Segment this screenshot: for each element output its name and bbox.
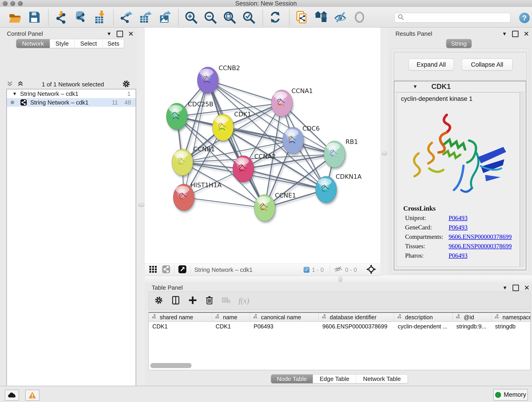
export-table-icon[interactable] xyxy=(138,10,152,24)
import-database-icon[interactable] xyxy=(73,10,87,24)
birdseye-view-icon[interactable] xyxy=(178,265,187,274)
results-scrollbar[interactable] xyxy=(520,92,524,267)
node-CCNA1[interactable] xyxy=(271,90,292,116)
hidden-items-eye-icon[interactable] xyxy=(334,266,343,274)
panel-float-icon[interactable] xyxy=(117,31,123,37)
collapse-all-networks-icon[interactable] xyxy=(6,80,13,88)
tab-network[interactable]: Network xyxy=(16,39,50,48)
zoom-in-icon[interactable] xyxy=(184,10,198,24)
zoom-out-icon[interactable] xyxy=(203,10,217,24)
tab-network-table[interactable]: Network Table xyxy=(356,375,408,383)
table-cell[interactable]: CDK1 xyxy=(149,322,212,331)
table-cell[interactable]: P06493 xyxy=(250,322,319,331)
table-cell[interactable]: cyclin-dependent ... xyxy=(394,322,453,331)
crosslink-link[interactable]: P06493 xyxy=(449,215,468,222)
crosslink-link[interactable]: 9606.ENSP00000378699 xyxy=(449,243,512,250)
help-button[interactable]: ? xyxy=(519,13,530,23)
edge-CCNE1-HIST1H1A[interactable] xyxy=(184,197,265,208)
panel-menu-icon[interactable]: ▼ xyxy=(502,285,507,291)
panel-menu-icon[interactable]: ▼ xyxy=(107,31,112,37)
table-horizontal-scrollbar[interactable] xyxy=(150,363,191,368)
column-header-database-identifier[interactable]: database identifier xyxy=(319,313,394,322)
tab-style[interactable]: Style xyxy=(50,39,74,48)
tree-expand-icon[interactable]: ▼ xyxy=(12,91,17,96)
node-CDC25B[interactable] xyxy=(166,103,187,130)
import-network-icon[interactable] xyxy=(54,10,68,24)
network-canvas[interactable]: CCNB2CCNA1CDC25BCDK1CDC6RB1CCNB1CCNA2CDK… xyxy=(145,27,380,264)
node-RB1[interactable] xyxy=(324,141,345,167)
table-cell[interactable]: CDK1 xyxy=(212,322,250,331)
table-cell[interactable]: stringdb xyxy=(491,322,531,331)
node-CDK1[interactable] xyxy=(212,114,234,141)
export-image-icon[interactable] xyxy=(157,10,171,24)
cloud-status-button[interactable] xyxy=(5,390,19,401)
table-cell[interactable]: 9606.ENSP00000378699 xyxy=(319,322,394,331)
network-row[interactable]: String Network – cdk1 11 48 xyxy=(7,98,136,107)
horizontal-splitter[interactable] xyxy=(145,275,532,282)
right-splitter-knob[interactable] xyxy=(382,152,387,155)
panel-close-icon[interactable]: ✕ xyxy=(524,285,530,290)
crosslink-link[interactable]: P06493 xyxy=(449,224,468,231)
edge-CCNB2-CCNE1[interactable] xyxy=(208,80,265,208)
grid-view-icon[interactable] xyxy=(149,265,158,274)
zoom-selected-icon[interactable] xyxy=(241,10,256,24)
tab-node-table[interactable]: Node Table xyxy=(271,375,313,383)
save-session-icon[interactable] xyxy=(27,10,41,24)
edge-CCNB2-HIST1H1A[interactable] xyxy=(184,80,208,197)
horizontal-splitter-knob[interactable] xyxy=(339,276,342,282)
network-graph[interactable]: CCNB2CCNA1CDC25BCDK1CDC6RB1CCNB1CCNA2CDK… xyxy=(145,27,380,264)
hide-panel-icon[interactable] xyxy=(333,10,347,24)
node-CCNE1[interactable] xyxy=(254,195,275,221)
left-splitter-knob[interactable] xyxy=(138,203,144,207)
refresh-icon[interactable] xyxy=(268,10,282,24)
expand-all-button[interactable]: Expand All xyxy=(409,59,454,70)
column-header-namespace[interactable]: namespace xyxy=(491,313,531,322)
right-splitter[interactable] xyxy=(380,27,388,275)
search-field[interactable] xyxy=(394,13,510,22)
column-header-shared-name[interactable]: shared name xyxy=(149,313,212,322)
export-network-icon[interactable] xyxy=(119,10,133,24)
column-header-name[interactable]: name xyxy=(212,313,250,322)
edge-CCNA2-CDKN1A[interactable] xyxy=(243,169,326,190)
tab-sets[interactable]: Sets xyxy=(103,39,124,48)
warning-status-button[interactable] xyxy=(25,390,39,401)
node-CCNB2[interactable] xyxy=(197,67,218,94)
crosslink-link[interactable]: P06493 xyxy=(449,252,468,259)
edge-CCNB2-CCNA1[interactable] xyxy=(208,80,282,103)
selected-items-checkbox[interactable]: ✓ xyxy=(304,267,310,273)
panel-float-icon[interactable] xyxy=(513,285,519,291)
edge-layer[interactable] xyxy=(177,80,335,208)
zoom-fit-icon[interactable] xyxy=(222,10,236,24)
select-columns-icon[interactable] xyxy=(171,296,180,306)
column-header--id[interactable]: @id xyxy=(453,313,491,322)
home-icon[interactable] xyxy=(314,10,328,24)
panel-menu-icon[interactable]: ▼ xyxy=(502,31,507,37)
import-table-icon[interactable] xyxy=(92,10,106,24)
panel-close-icon[interactable]: ✕ xyxy=(128,32,134,36)
tab-string[interactable]: String xyxy=(446,39,472,48)
collapse-all-button[interactable]: Collapse All xyxy=(462,59,513,70)
entry-collapse-icon[interactable]: ▼ xyxy=(413,84,418,89)
network-collection-row[interactable]: ▼ String Network – cdk1 1 xyxy=(7,89,136,98)
fit-content-crosshair-icon[interactable] xyxy=(366,264,376,275)
network-icon-gray[interactable] xyxy=(162,265,171,274)
table-row[interactable]: CDK1CDK1P064939606.ENSP00000378699cyclin… xyxy=(149,322,530,331)
search-input[interactable] xyxy=(404,14,504,21)
node-CDC6[interactable] xyxy=(283,127,304,154)
tab-edge-table[interactable]: Edge Table xyxy=(313,375,356,383)
memory-button[interactable]: Memory xyxy=(493,389,528,401)
crosslink-link[interactable]: 9606.ENSP00000378699 xyxy=(449,233,512,240)
table-cell[interactable]: stringdb:9... xyxy=(453,322,491,331)
open-session-icon[interactable] xyxy=(8,10,22,24)
clone-network-icon[interactable] xyxy=(295,10,309,24)
table-gear-icon[interactable] xyxy=(154,296,163,306)
column-header-canonical-name[interactable]: canonical name xyxy=(250,313,319,322)
column-header-description[interactable]: description xyxy=(394,313,453,322)
tab-select[interactable]: Select xyxy=(74,39,103,48)
show-panel-icon[interactable] xyxy=(352,10,367,24)
expand-all-networks-icon[interactable] xyxy=(17,80,24,88)
panel-close-icon[interactable]: ✕ xyxy=(524,32,529,36)
node-CCNA2[interactable] xyxy=(233,156,254,182)
node-CDKN1A[interactable] xyxy=(316,176,336,203)
node-CCNB1[interactable] xyxy=(172,149,193,176)
